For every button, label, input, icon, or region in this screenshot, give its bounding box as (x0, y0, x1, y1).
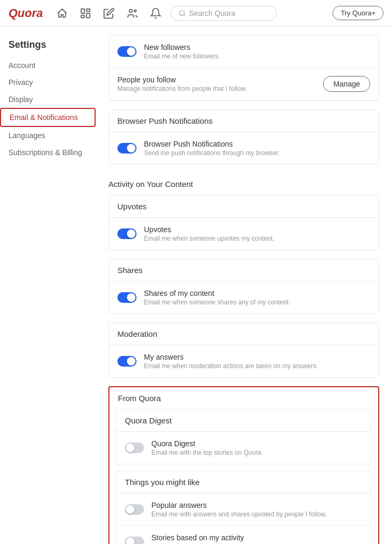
sidebar-item-subscriptions-billing[interactable]: Subscriptions & Billing (0, 144, 96, 161)
shares-info: Shares of my content Email me when someo… (144, 289, 370, 306)
new-followers-label: New followers (144, 43, 370, 52)
manage-button[interactable]: Manage (323, 76, 370, 92)
stories-based-info: Stories based on my activity Email me wi… (151, 533, 363, 544)
browser-push-toggle[interactable] (117, 143, 137, 154)
activity-section-title: Activity on Your Content (108, 173, 379, 195)
notifications-icon[interactable] (149, 7, 162, 20)
popular-answers-info: Popular answers Email me with answers an… (151, 501, 363, 518)
svg-point-6 (180, 10, 184, 15)
upvotes-card: Upvotes Upvotes Email me when someone up… (108, 195, 379, 250)
popular-answers-toggle[interactable] (125, 504, 144, 515)
people-you-follow-row: People you follow Manage notifications f… (109, 68, 379, 100)
upvotes-label: Upvotes (144, 225, 370, 234)
moderation-header: Moderation (109, 323, 379, 345)
moderation-card: Moderation My answers Email me when mode… (108, 322, 379, 378)
sidebar-item-display[interactable]: Display (0, 91, 96, 108)
nav-icons (56, 7, 162, 20)
browser-push-label: Browser Push Notifications (144, 140, 370, 148)
sidebar-item-privacy[interactable]: Privacy (0, 74, 96, 91)
sidebar-item-languages[interactable]: Languages (0, 127, 96, 144)
svg-line-7 (184, 14, 185, 16)
upvotes-info: Upvotes Email me when someone upvotes my… (144, 225, 370, 242)
community-icon[interactable] (126, 7, 139, 20)
popular-answers-desc: Email me with answers and shares upvoted… (151, 511, 363, 518)
quora-digest-toggle[interactable] (125, 443, 144, 453)
quora-digest-desc: Email me with the top stories on Quora. (151, 449, 363, 456)
quora-digest-row: Quora Digest Email me with the top stori… (116, 432, 371, 464)
people-you-follow-label: People you follow (117, 75, 323, 84)
popular-answers-label: Popular answers (151, 501, 363, 509)
search-bar[interactable]: Search Quora (171, 6, 277, 21)
shares-card: Shares Shares of my content Email me whe… (108, 259, 379, 314)
people-you-follow-info: People you follow Manage notifications f… (117, 75, 323, 92)
new-followers-info: New followers Email me of new followers. (144, 43, 370, 60)
shares-row: Shares of my content Email me when someo… (109, 282, 379, 313)
settings-main-content: New followers Email me of new followers.… (96, 27, 392, 544)
quora-digest-label: Quora Digest (151, 439, 363, 448)
new-followers-row: New followers Email me of new followers. (109, 36, 379, 68)
moderation-label: My answers (144, 353, 370, 361)
quora-digest-header: Quora Digest (116, 410, 371, 432)
browser-push-header: Browser Push Notifications (109, 110, 379, 132)
svg-rect-2 (87, 13, 90, 18)
moderation-desc: Email me when moderation actions are tak… (144, 362, 370, 370)
search-placeholder: Search Quora (189, 9, 235, 18)
shares-header: Shares (109, 259, 379, 282)
page-layout: Settings Account Privacy Display Email &… (0, 27, 392, 544)
stories-based-toggle[interactable] (125, 537, 144, 544)
stories-based-row: Stories based on my activity Email me wi… (116, 526, 371, 544)
svg-rect-1 (87, 8, 90, 11)
sidebar-item-email-notifications[interactable]: Email & Notifications (0, 108, 96, 127)
svg-point-5 (134, 10, 136, 12)
home-icon[interactable] (56, 7, 69, 20)
settings-title: Settings (0, 35, 96, 57)
svg-rect-0 (81, 8, 84, 13)
edit-icon[interactable] (103, 7, 115, 20)
moderation-row: My answers Email me when moderation acti… (109, 345, 379, 377)
stories-based-label: Stories based on my activity (151, 533, 363, 542)
from-quora-section: From Quora Quora Digest Quora Digest Ema… (108, 386, 379, 544)
moderation-toggle[interactable] (117, 356, 137, 367)
quora-logo[interactable]: Quora (8, 6, 43, 20)
from-quora-title: From Quora (109, 387, 378, 409)
feed-icon[interactable] (79, 7, 92, 20)
sidebar-item-account[interactable]: Account (0, 57, 96, 74)
new-followers-card: New followers Email me of new followers.… (108, 35, 379, 101)
browser-push-card: Browser Push Notifications Browser Push … (108, 109, 379, 165)
settings-sidebar: Settings Account Privacy Display Email &… (0, 27, 96, 544)
upvotes-row: Upvotes Email me when someone upvotes my… (109, 218, 379, 250)
browser-push-info: Browser Push Notifications Send me push … (144, 140, 370, 157)
quora-digest-info: Quora Digest Email me with the top stori… (151, 439, 363, 456)
things-you-might-like-card: Things you might like Popular answers Em… (116, 471, 372, 544)
upvotes-toggle[interactable] (117, 228, 137, 239)
upvotes-desc: Email me when someone upvotes my content… (144, 235, 370, 242)
popular-answers-row: Popular answers Email me with answers an… (116, 494, 371, 526)
top-navigation: Quora Search Quora Try Quora+ (0, 0, 392, 27)
quora-digest-card: Quora Digest Quora Digest Email me with … (116, 409, 372, 464)
people-you-follow-desc: Manage notifications from people that I … (117, 85, 323, 92)
things-you-might-like-header: Things you might like (116, 471, 371, 494)
upvotes-header: Upvotes (109, 196, 379, 218)
try-quora-plus-button[interactable]: Try Quora+ (333, 6, 384, 20)
new-followers-toggle[interactable] (117, 46, 137, 57)
browser-push-desc: Send me push notifications through my br… (144, 149, 370, 157)
new-followers-desc: Email me of new followers. (144, 53, 370, 60)
svg-rect-3 (81, 15, 84, 18)
shares-desc: Email me when someone shares any of my c… (144, 299, 370, 306)
shares-label: Shares of my content (144, 289, 370, 298)
shares-toggle[interactable] (117, 292, 137, 303)
browser-push-row: Browser Push Notifications Send me push … (109, 132, 379, 164)
moderation-info: My answers Email me when moderation acti… (144, 353, 370, 370)
svg-point-4 (129, 9, 132, 12)
